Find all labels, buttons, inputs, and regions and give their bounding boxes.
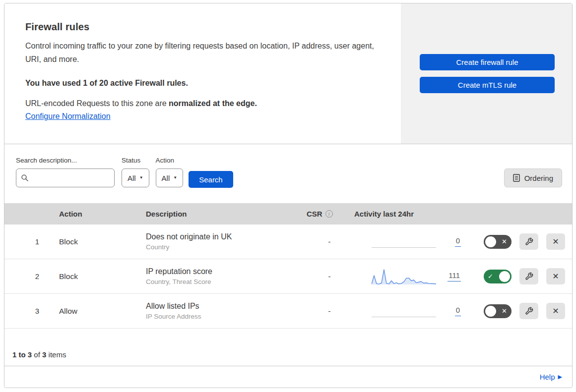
rule-activity-cell: 0 [354,303,461,320]
rule-description-cell: IP reputation score Country, Threat Scor… [146,267,305,285]
toggle-knob [485,306,496,317]
rule-fields: Country, Threat Score [146,278,305,285]
status-filter-group: Status All ▼ [122,157,149,187]
wrench-icon [525,307,533,315]
ordering-button-label: Ordering [524,174,553,182]
rule-fields: Country [146,243,305,251]
table-row: 3 Allow Allow listed IPs IP Source Addre… [4,294,572,329]
rule-enabled-toggle[interactable]: ✕ [484,304,512,318]
rule-csr-value: - [305,237,354,246]
normalization-note-text: URL-encoded Requests to this zone are [25,99,169,108]
header-actions-panel: Create firewall rule Create mTLS rule [401,3,572,144]
rule-description: Allow listed IPs [146,302,305,311]
header-section: Firewall rules Control incoming traffic … [4,3,572,144]
normalization-note: URL-encoded Requests to this zone are no… [25,99,386,108]
close-icon: ✕ [552,238,559,246]
toggle-check-icon: ✓ [488,273,493,280]
rule-controls: ✕ ✕ [461,303,572,319]
status-dropdown[interactable]: All ▼ [122,168,149,187]
delete-rule-button[interactable]: ✕ [546,268,565,284]
list-document-icon [513,174,520,182]
search-button[interactable]: Search [189,171,233,188]
activity-count-link[interactable]: 0 [455,236,461,247]
rule-action: Block [59,272,146,281]
rule-csr-value: - [305,307,354,315]
rule-controls: ✕ ✕ [461,233,572,250]
toggle-x-icon: ✕ [502,307,507,315]
delete-rule-button[interactable]: ✕ [546,303,565,319]
firewall-rules-page: Firewall rules Control incoming traffic … [4,3,573,388]
rule-description-cell: Does not originate in UK Country [146,232,305,251]
page-title: Firewall rules [25,21,386,33]
activity-flatline [372,303,436,320]
rule-activity-cell: 111 [354,268,461,285]
search-label: Search description... [16,157,115,164]
normalization-note-bold: normalized at the edge. [169,99,257,108]
status-label: Status [122,157,149,164]
activity-flatline [372,233,436,250]
edit-rule-button[interactable] [519,268,538,284]
delete-rule-button[interactable]: ✕ [546,233,565,250]
action-dropdown-value: All [162,174,170,182]
column-action: Action [59,210,146,218]
rule-activity-cell: 0 [354,233,461,250]
table-row: 2 Block IP reputation score Country, Thr… [4,259,572,294]
info-icon[interactable]: i [325,210,333,218]
rule-description-cell: Allow listed IPs IP Source Address [146,302,305,320]
action-dropdown[interactable]: All ▼ [156,168,184,187]
chevron-down-icon: ▼ [173,176,177,180]
create-mtls-rule-button[interactable]: Create mTLS rule [420,77,555,93]
column-csr: CSR i [305,210,354,218]
toggle-knob [499,271,510,282]
status-dropdown-value: All [128,174,136,182]
action-filter-group: Action All ▼ [156,157,184,187]
rule-fields: IP Source Address [146,313,305,320]
close-icon: ✕ [552,307,559,315]
usage-summary: You have used 1 of 20 active Firewall ru… [25,79,386,88]
items-range: 1 to 3 [12,350,32,359]
column-csr-label: CSR [307,210,322,218]
header-text-panel: Firewall rules Control incoming traffic … [4,3,401,144]
activity-count-link[interactable]: 0 [455,306,461,316]
table-header: Action Description CSR i Activity last 2… [4,203,572,224]
column-description: Description [146,210,305,218]
rule-action: Block [59,237,146,246]
ordering-button[interactable]: Ordering [504,168,562,187]
wrench-icon [525,272,533,280]
edit-rule-button[interactable] [519,303,538,319]
search-group: Search description... [16,157,115,187]
chevron-down-icon: ▼ [139,176,143,180]
close-icon: ✕ [552,273,559,280]
help-link[interactable]: Help ▶ [540,373,562,381]
rule-enabled-toggle[interactable]: ✕ [484,235,512,249]
create-firewall-rule-button[interactable]: Create firewall rule [420,54,555,70]
rule-action: Allow [59,307,146,316]
edit-rule-button[interactable] [519,233,538,250]
rule-description: IP reputation score [146,267,305,276]
table-row: 1 Block Does not originate in UK Country… [4,224,572,259]
rule-description: Does not originate in UK [146,232,305,241]
wrench-icon [525,237,533,246]
items-total: 3 [42,350,46,359]
help-link-label: Help [540,373,555,381]
arrow-right-icon: ▶ [558,374,562,380]
rule-csr-value: - [305,272,354,280]
rule-enabled-toggle[interactable]: ✓ [484,270,512,283]
search-input[interactable] [29,173,110,183]
search-icon [21,174,29,182]
activity-count-link[interactable]: 111 [448,271,461,281]
rule-priority: 1 [4,237,59,246]
pagination-summary: 1 to 3 of 3 items [4,329,572,366]
column-activity: Activity last 24hr [354,210,461,218]
toggle-knob [485,236,496,247]
items-of: of [34,350,40,359]
rule-priority: 2 [4,272,59,280]
rule-controls: ✓ ✕ [461,268,572,284]
toggle-x-icon: ✕ [502,238,507,245]
rule-priority: 3 [4,307,59,315]
help-bar: Help ▶ [4,366,572,388]
page-description: Control incoming traffic to your zone by… [25,39,375,66]
action-label: Action [156,157,184,164]
search-input-wrapper [16,168,115,187]
configure-normalization-link[interactable]: Configure Normalization [25,112,111,121]
